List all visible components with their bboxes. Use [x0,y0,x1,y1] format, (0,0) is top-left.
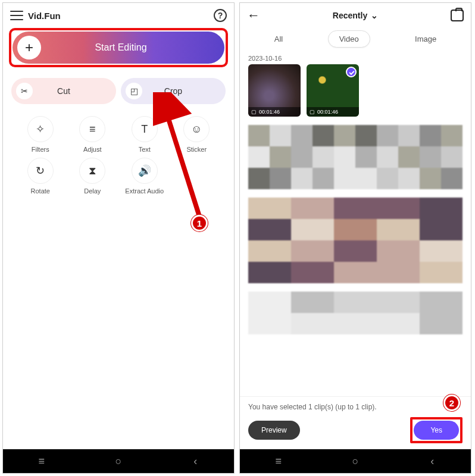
tool-grid: ✧Filters≡AdjustTText☺Sticker↻Rotate⧗Dela… [3,108,234,203]
thumbnail-row: ▢ 00:01:46 ▢ 00:01:46 [240,64,471,125]
tab-video[interactable]: Video [328,30,370,48]
home-icon[interactable]: ○ [112,455,124,467]
tool-icon: ☺ [183,116,210,142]
tab-image[interactable]: Image [415,35,436,43]
blurred-content [240,125,471,396]
folder-dropdown[interactable]: Recently ⌄ [260,11,451,20]
tool-icon: 🔊 [132,158,158,184]
cut-button[interactable]: ✂ Cut [11,78,116,104]
tool-icon: ⧗ [79,158,105,184]
tool-label: Adjust [83,146,102,153]
system-navbar: ≡ ○ ‹ [3,449,234,473]
tool-label: Sticker [186,146,207,153]
yes-button[interactable]: Yes [414,421,459,440]
back-button[interactable]: ← [247,8,260,23]
recent-apps-icon[interactable]: ≡ [273,455,285,467]
selected-check-icon [346,67,357,77]
tool-icon: ↻ [27,158,54,184]
chevron-down-icon: ⌄ [371,11,378,20]
app-title: Vid.Fun [28,11,61,21]
thumb-duration: ▢ 00:01:46 [307,107,359,117]
annotation-highlight-1: + Start Editing [9,28,228,67]
scissors-icon: ✂ [16,83,33,99]
annotation-highlight-2: Yes [410,417,462,443]
start-label: Start Editing [41,42,224,53]
annotation-badge-2: 2 [443,394,460,411]
selection-text: You have selected 1 clip(s) (up to 1 cli… [248,403,462,411]
tool-label: Text [139,146,151,153]
camera-icon[interactable] [451,10,464,21]
tab-all[interactable]: All [274,35,283,43]
tool-delay[interactable]: ⧗Delay [67,158,118,195]
start-editing-button[interactable]: + Start Editing [12,32,224,64]
quick-actions: ✂ Cut ◰ Crop [11,78,226,104]
topbar: Vid.Fun ? [3,3,234,24]
crop-label: Crop [164,86,182,96]
tool-adjust[interactable]: ≡Adjust [67,116,118,153]
tool-label: Filters [32,146,49,153]
preview-button[interactable]: Preview [248,421,300,440]
video-thumbnail[interactable]: ▢ 00:01:46 [307,64,359,117]
screen-home: Vid.Fun ? + Start Editing ✂ Cut ◰ Crop ✧… [2,2,235,474]
topbar: ← Recently ⌄ [240,3,471,28]
screen-picker: ← Recently ⌄ All Video Image 2023-10-16 … [239,2,471,474]
media-tabs: All Video Image [240,28,471,54]
system-navbar: ≡ ○ ‹ [240,449,471,473]
menu-icon[interactable] [10,11,23,20]
crop-icon: ◰ [126,83,142,99]
video-thumbnail[interactable]: ▢ 00:01:46 [248,64,301,117]
tool-text[interactable]: TText [119,116,170,153]
tool-label: Extract Audio [125,187,164,195]
thumb-duration: ▢ 00:01:46 [248,107,301,117]
back-icon[interactable]: ‹ [189,455,201,467]
cut-label: Cut [57,86,70,96]
tool-label: Delay [84,187,101,195]
back-icon[interactable]: ‹ [426,455,438,467]
home-icon[interactable]: ○ [349,455,361,467]
plus-icon: + [17,36,41,60]
help-icon[interactable]: ? [214,9,227,22]
tool-label: Rotate [31,187,50,195]
tool-icon: ✧ [27,116,54,142]
tool-icon: ≡ [79,116,105,142]
tool-filters[interactable]: ✧Filters [15,116,66,153]
tool-rotate[interactable]: ↻Rotate [15,158,66,195]
recent-apps-icon[interactable]: ≡ [36,455,48,467]
annotation-badge-1: 1 [191,215,208,231]
tool-icon: T [132,116,158,142]
dropdown-label: Recently [333,11,367,20]
crop-button[interactable]: ◰ Crop [121,78,226,104]
date-header: 2023-10-16 [240,54,471,64]
tool-sticker[interactable]: ☺Sticker [171,116,223,153]
tool-extract-audio[interactable]: 🔊Extract Audio [119,158,170,195]
